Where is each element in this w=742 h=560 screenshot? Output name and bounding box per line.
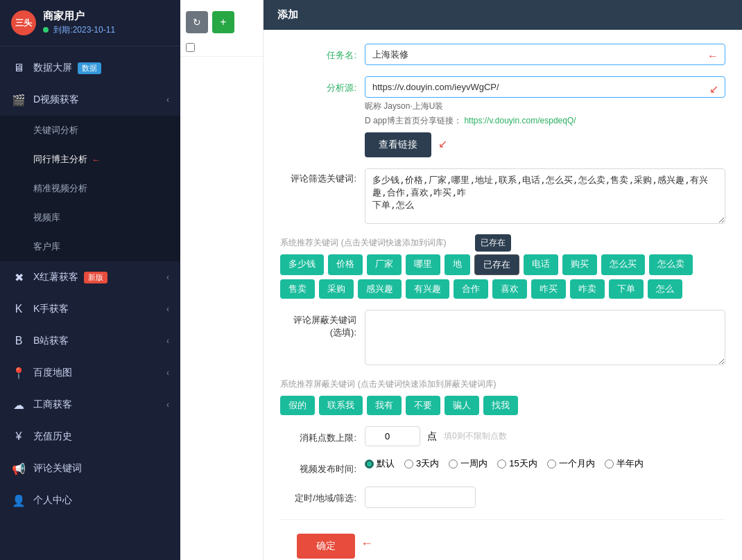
sidebar-item-keyword-analysis[interactable]: 关键词分析 (0, 116, 180, 145)
sidebar-expiry: 到期:2023-10-11 (43, 24, 115, 36)
points-limit-row: 消耗点数上限: 点 填0则不限制点数 (280, 426, 725, 446)
comment-icon: 📢 (11, 461, 26, 476)
recommend-tags: 多少钱 价格 厂家 哪里 地 已存在 已存在 电话 购买 怎么买 怎么卖 售卖 … (280, 254, 725, 299)
industry-icon: ☁ (11, 397, 26, 412)
sidebar: 三头 商家用户 到期:2023-10-11 🖥 数据大屏 数据 🎬 D视频获客 … (0, 0, 180, 560)
radio-1week[interactable]: 一周内 (449, 457, 488, 470)
tag-contact-me[interactable]: 联系我 (319, 396, 363, 415)
tag-i-have[interactable]: 我有 (367, 396, 402, 415)
radio-half-year[interactable]: 半年内 (605, 457, 644, 470)
b-station-arrow: ‹ (166, 336, 169, 346)
sidebar-title: 商家用户 (43, 10, 115, 23)
tag-zenme[interactable]: 怎么 (648, 279, 682, 299)
tag-hezuo[interactable]: 合作 (454, 279, 488, 299)
analysis-source-input[interactable] (365, 76, 725, 98)
points-label: 消耗点数上限: (280, 426, 356, 444)
radio-default[interactable]: 默认 (365, 457, 395, 470)
sidebar-item-precise-video[interactable]: 精准视频分析 (0, 174, 180, 203)
tag-fake[interactable]: 假的 (280, 396, 315, 415)
sidebar-item-x-potato[interactable]: ✖ X红薯获客 新版 ‹ (0, 261, 180, 293)
location-label: 定时/地域/筛选: (280, 487, 356, 505)
sidebar-item-customer-library[interactable]: 客户库 (0, 232, 180, 261)
sidebar-header: 三头 商家用户 到期:2023-10-11 (0, 0, 180, 46)
view-link-button[interactable]: 查看链接 (365, 132, 431, 157)
tag-youxingqu[interactable]: 有兴趣 (406, 279, 449, 299)
tag-dianhua[interactable]: 电话 (524, 254, 558, 275)
x-potato-arrow: ‹ (166, 272, 169, 282)
dialog-header: 添加 (264, 0, 742, 30)
baidu-map-icon: 📍 (11, 365, 26, 380)
d-app-hint: D app博主首页分享链接： https://v.douyin.com/espd… (365, 115, 725, 127)
task-name-input[interactable] (365, 44, 725, 65)
task-name-label: 任务名: (280, 44, 356, 62)
tag-find-me[interactable]: 找我 (483, 396, 518, 415)
sidebar-item-k-hand[interactable]: K K手获客 ‹ (0, 293, 180, 325)
confirm-button[interactable]: 确定 (297, 534, 355, 559)
tag-scammer[interactable]: 骗人 (445, 396, 479, 415)
logo: 三头 (11, 10, 36, 35)
select-all-checkbox[interactable] (186, 43, 195, 52)
list-panel: ↻ + (180, 0, 264, 560)
x-potato-icon: ✖ (11, 270, 26, 285)
tag-xiadan[interactable]: 下单 (609, 279, 644, 299)
tag-caigou[interactable]: 采购 (319, 279, 354, 299)
radio-15days[interactable]: 15天内 (497, 457, 537, 470)
recharge-icon: ¥ (11, 429, 26, 444)
list-toolbar: ↻ + (180, 6, 263, 39)
personal-icon: 👤 (11, 493, 26, 508)
tag-zamai[interactable]: 咋买 (531, 279, 566, 299)
comment-block-textarea[interactable] (365, 310, 725, 365)
sidebar-item-recharge-history[interactable]: ¥ 充值历史 (0, 421, 180, 453)
tag-duoshaoqian[interactable]: 多少钱 (280, 254, 324, 275)
confirm-red-arrow: ← (361, 536, 373, 551)
points-input-row: 点 填0则不限制点数 (365, 426, 507, 446)
tag-nali[interactable]: 哪里 (406, 254, 440, 275)
list-checkbox-row (180, 39, 263, 57)
sidebar-item-video-library[interactable]: 视频库 (0, 203, 180, 232)
new-badge: 新版 (84, 272, 107, 283)
points-input[interactable] (365, 426, 420, 446)
points-unit: 点 (427, 430, 437, 443)
d-video-icon: 🎬 (11, 92, 26, 107)
system-block-section: 系统推荐屏蔽关键词 (点击关键词快速添加到屏蔽关键词库) 假的 联系我 我有 不… (280, 378, 725, 415)
baidu-map-arrow: ‹ (166, 368, 169, 378)
tag-shoumai[interactable]: 售卖 (280, 279, 315, 299)
tag-tooltip-target[interactable]: 已存在 已存在 (474, 254, 519, 275)
d-video-arrow: ‹ (166, 95, 169, 105)
add-button[interactable]: + (212, 11, 234, 33)
tag-zamai2[interactable]: 咋卖 (570, 279, 605, 299)
location-input[interactable] (365, 487, 476, 508)
tag-ganxingqu[interactable]: 感兴趣 (358, 279, 402, 299)
sidebar-item-d-video[interactable]: 🎬 D视频获客 ‹ (0, 84, 180, 116)
d-app-link[interactable]: https://v.douyin.com/espdeqQ/ (464, 116, 576, 125)
sidebar-item-b-station[interactable]: B B站获客 ‹ (0, 325, 180, 357)
radio-3days[interactable]: 3天内 (404, 457, 439, 470)
block-tags: 假的 联系我 我有 不要 骗人 找我 (280, 396, 725, 415)
tag-jiage[interactable]: 价格 (328, 254, 363, 275)
tag-di[interactable]: 地 (445, 254, 470, 275)
sidebar-item-baidu-map[interactable]: 📍 百度地图 ‹ (0, 357, 180, 389)
comment-block-row: 评论屏蔽关键词 (选填): (280, 310, 725, 367)
tag-changjia[interactable]: 厂家 (367, 254, 402, 275)
publish-time-label: 视频发布时间: (280, 457, 356, 475)
dialog-body: 任务名: ← 分析源: ↙ 昵称 Jayson·上海U装 D app博主首页分享… (264, 30, 742, 560)
sidebar-item-personal-center[interactable]: 👤 个人中心 (0, 484, 180, 516)
sidebar-item-data-screen[interactable]: 🖥 数据大屏 数据 (0, 52, 180, 84)
sidebar-item-peer-blogger[interactable]: 同行博主分析 ← (0, 145, 180, 174)
tag-xihuan[interactable]: 喜欢 (492, 279, 527, 299)
tag-zenmemai[interactable]: 怎么买 (601, 254, 645, 275)
task-name-red-arrow: ← (707, 50, 718, 62)
comment-filter-row: 评论筛选关键词: 多少钱,价格,厂家,哪里,地址,联系,电话,怎么买,怎么卖,售… (280, 168, 725, 226)
analysis-source-arrow: ↙ (709, 82, 718, 96)
refresh-button[interactable]: ↻ (186, 11, 208, 33)
publish-time-row: 视频发布时间: 默认 3天内 一周内 15天内 一个月 (280, 457, 725, 475)
comment-filter-textarea[interactable]: 多少钱,价格,厂家,哪里,地址,联系,电话,怎么买,怎么卖,售卖,采购,感兴趣,… (365, 168, 725, 224)
sidebar-item-industry-commerce[interactable]: ☁ 工商获客 ‹ (0, 389, 180, 421)
tag-goumai[interactable]: 购买 (562, 254, 597, 275)
tag-no-want[interactable]: 不要 (406, 396, 440, 415)
sidebar-item-comment-keyword[interactable]: 📢 评论关键词 (0, 453, 180, 484)
radio-1month[interactable]: 一个月内 (547, 457, 595, 470)
tag-zenmemai2[interactable]: 怎么卖 (649, 254, 693, 275)
k-hand-arrow: ‹ (166, 304, 169, 314)
view-link-arrow: ↙ (438, 138, 447, 150)
